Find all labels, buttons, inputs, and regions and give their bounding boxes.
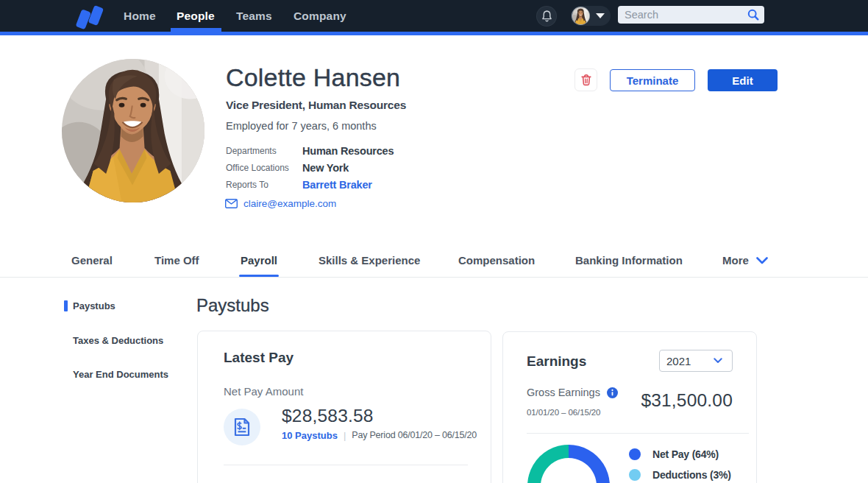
- tab-label: Payroll: [241, 254, 277, 267]
- legend-label: Deductions (3%): [652, 469, 731, 481]
- tab-label: Banking Information: [575, 254, 683, 267]
- sidebar-item-taxes-deductions[interactable]: Taxes & Deductions: [73, 335, 163, 347]
- field-value: Human Resources: [302, 145, 394, 157]
- employee-header: Colette Hansen Vice President, Human Res…: [0, 35, 868, 243]
- earnings-card: Earnings 2021 Gross Earnings 01/01/20 – …: [502, 331, 757, 483]
- latest-pay-title: Latest Pay: [224, 350, 294, 364]
- legend-dot: [629, 448, 641, 460]
- chart-legend: Net Pay (64%)Deductions (3%): [629, 448, 731, 483]
- reports-to-link[interactable]: Barrett Braker: [302, 179, 372, 191]
- global-search: [618, 6, 764, 24]
- divider: [527, 433, 749, 434]
- net-pay-amount: $28,583.58: [282, 407, 374, 426]
- net-pay-amount-label: Net Pay Amount: [224, 386, 303, 397]
- field-office-locations: Office Locations New York: [226, 159, 394, 176]
- employee-tenure: Employed for 7 years, 6 months: [226, 120, 377, 132]
- donut-segment: [527, 445, 569, 483]
- trash-icon: [580, 74, 592, 86]
- tab-skills-experience[interactable]: Skills & Experience: [319, 243, 420, 277]
- earnings-donut-chart: [527, 445, 610, 483]
- nav-item-label: People: [177, 10, 215, 23]
- edit-button[interactable]: Edit: [708, 69, 778, 91]
- field-departments: Departments Human Resources: [226, 142, 394, 159]
- year-select[interactable]: 2021: [659, 350, 733, 372]
- info-icon[interactable]: [607, 387, 618, 398]
- chevron-down-icon: [714, 358, 722, 364]
- gross-earnings-row: Gross Earnings: [527, 386, 618, 399]
- field-value: New York: [302, 162, 349, 174]
- tab-compensation[interactable]: Compensation: [458, 243, 535, 277]
- primary-nav: Home People Teams Company: [124, 0, 367, 32]
- profile-photo: [62, 59, 204, 202]
- latest-pay-card: Latest Pay Net Pay Amount $28,583.58 10 …: [197, 331, 491, 483]
- chevron-down-icon: [756, 257, 768, 264]
- delete-button[interactable]: [574, 68, 597, 91]
- pay-period: Pay Period 06/01/20 – 06/15/20: [352, 430, 477, 440]
- gross-earnings-label: Gross Earnings: [527, 387, 600, 398]
- profile-actions: Terminate Edit: [574, 68, 778, 91]
- nav-item-people[interactable]: People: [177, 0, 215, 32]
- avatar-photo-graphic: [572, 7, 589, 24]
- profile-photo-graphic: [62, 59, 204, 202]
- tab-payroll[interactable]: Payroll: [241, 243, 277, 277]
- active-nav-underline: [171, 28, 221, 35]
- employee-fields: Departments Human Resources Office Locat…: [226, 142, 394, 193]
- user-menu[interactable]: [571, 6, 611, 26]
- field-label: Office Locations: [226, 163, 302, 173]
- tab-label: More: [722, 254, 749, 267]
- sidebar-item-paystubs[interactable]: Paystubs: [73, 300, 115, 312]
- nav-item-home[interactable]: Home: [124, 0, 156, 32]
- tab-label: General: [71, 254, 113, 267]
- nav-item-teams[interactable]: Teams: [236, 0, 272, 32]
- caret-down-icon: [596, 13, 605, 18]
- gross-earnings-amount: $31,500.00: [641, 392, 733, 410]
- paystubs-count-link[interactable]: 10 Paystubs: [282, 430, 338, 441]
- page-title: Paystubs: [196, 297, 269, 314]
- legend-item: Deductions (3%): [629, 469, 731, 481]
- tab-banking-information[interactable]: Banking Information: [575, 243, 683, 277]
- earnings-date-range: 01/01/20 – 06/15/20: [527, 409, 600, 417]
- tab-general[interactable]: General: [71, 243, 113, 277]
- legend-dot: [629, 469, 641, 481]
- divider: [224, 465, 468, 465]
- terminate-button[interactable]: Terminate: [610, 69, 695, 91]
- separator: |: [344, 430, 346, 441]
- top-navbar: Home People Teams Company: [0, 0, 868, 35]
- search-icon[interactable]: [747, 9, 759, 21]
- earnings-title: Earnings: [527, 354, 586, 368]
- notifications-button[interactable]: [537, 7, 556, 26]
- envelope-icon: [225, 199, 238, 208]
- nav-item-label: Home: [124, 10, 156, 23]
- nav-item-label: Company: [294, 10, 346, 23]
- tab-more[interactable]: More: [722, 243, 768, 277]
- namely-logo-icon[interactable]: [76, 4, 105, 30]
- legend-item: Net Pay (64%): [629, 448, 731, 460]
- field-label: Reports To: [226, 180, 302, 190]
- latest-pay-meta: 10 Paystubs | Pay Period 06/01/20 – 06/1…: [282, 429, 477, 441]
- tab-label: Compensation: [458, 254, 535, 267]
- paystub-document-icon: [233, 417, 251, 437]
- tab-label: Time Off: [154, 254, 199, 267]
- bell-icon: [541, 10, 552, 22]
- employee-job-title: Vice President, Human Resources: [226, 99, 406, 112]
- profile-tabs: General Time Off Payroll Skills & Experi…: [0, 243, 868, 278]
- field-label: Departments: [226, 146, 302, 156]
- tab-label: Skills & Experience: [319, 254, 420, 267]
- employee-email[interactable]: claire@example.com: [243, 198, 336, 209]
- user-avatar: [572, 7, 589, 24]
- navbar-right: [537, 0, 611, 32]
- nav-item-label: Teams: [236, 10, 272, 23]
- employee-name: Colette Hansen: [226, 65, 400, 90]
- field-reports-to: Reports To Barrett Braker: [226, 176, 394, 193]
- year-select-value: 2021: [666, 355, 691, 367]
- employee-email-row: claire@example.com: [225, 197, 336, 210]
- search-input[interactable]: [618, 9, 747, 21]
- tab-time-off[interactable]: Time Off: [154, 243, 199, 277]
- nav-item-company[interactable]: Company: [294, 0, 346, 32]
- sidebar-active-marker: [64, 300, 68, 311]
- sidebar-item-year-end-documents[interactable]: Year End Documents: [73, 369, 168, 381]
- paystub-icon-badge: [224, 409, 260, 445]
- legend-label: Net Pay (64%): [652, 448, 719, 460]
